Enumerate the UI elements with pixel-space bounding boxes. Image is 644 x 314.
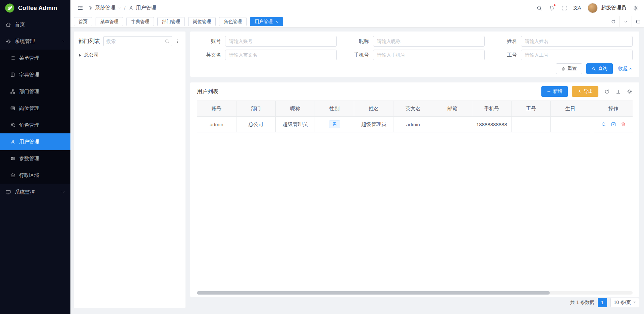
breadcrumb: 系统管理 / 用户管理 [88, 5, 156, 11]
tab-user-management[interactable]: 用户管理 [250, 17, 283, 26]
caret-right-icon[interactable] [79, 54, 81, 57]
tab-list: 首页 菜单管理 字典管理 部门管理 岗位管理 角色管理 用户管理 [74, 17, 607, 26]
refresh-icon[interactable] [607, 16, 619, 27]
gear-icon [5, 39, 11, 44]
tab-menu-management[interactable]: 菜单管理 [96, 17, 123, 26]
fullscreen-icon[interactable] [561, 5, 567, 11]
more-options-icon[interactable] [175, 39, 181, 44]
search-icon[interactable] [536, 5, 542, 11]
sidebar-item-label: 行政区域 [19, 172, 39, 179]
field-label: 手机号 [345, 52, 369, 58]
sidebar-item-dict-management[interactable]: 字典管理 [0, 66, 70, 83]
work-id-input[interactable] [521, 50, 633, 60]
col-actions: 操作 [594, 101, 633, 117]
sidebar-item-label: 部门管理 [19, 88, 39, 95]
nickname-input[interactable] [373, 36, 485, 47]
sidebar-item-label: 参数管理 [19, 155, 39, 162]
department-search-input[interactable] [103, 36, 162, 46]
add-label: 新增 [553, 88, 562, 95]
chevron-down-icon[interactable] [619, 16, 632, 27]
field-work-id: 工号 [493, 50, 633, 60]
query-label: 查询 [598, 66, 607, 72]
field-label: 英文名 [197, 52, 221, 58]
refresh-icon[interactable] [604, 89, 610, 95]
sidebar-item-admin-region[interactable]: 行政区域 [0, 167, 70, 184]
cell-account: admin [197, 117, 236, 132]
avatar[interactable] [588, 3, 598, 13]
close-icon[interactable] [275, 20, 278, 23]
name-input[interactable] [521, 36, 633, 47]
chevron-up-icon [61, 39, 65, 43]
translate-icon[interactable]: 文A [574, 5, 581, 11]
tab-label: 角色管理 [224, 19, 242, 25]
breadcrumb-level1[interactable]: 系统管理 [95, 5, 115, 11]
cell-filler [590, 117, 594, 132]
settings-gear-icon[interactable] [633, 5, 639, 11]
phone-input[interactable] [373, 50, 485, 60]
department-panel: 部门列表 总公司 [74, 32, 185, 308]
sidebar-item-menu-management[interactable]: 菜单管理 [0, 50, 70, 66]
col-english-name: 英文名 [393, 101, 433, 117]
search-form-card: 账号 昵称 姓名 英文名 [190, 32, 639, 77]
logo: Coffee Admin [0, 0, 70, 16]
sidebar-item-label: 系统监控 [15, 189, 35, 195]
sidebar-item-system-management[interactable]: 系统管理 [0, 33, 70, 50]
app-root: Coffee Admin 首页 系统管理 菜单管理 字典管理 [0, 0, 644, 314]
tab-post-management[interactable]: 岗位管理 [188, 17, 216, 26]
tab-home[interactable]: 首页 [74, 17, 92, 26]
sidebar-item-dept-management[interactable]: 部门管理 [0, 83, 70, 100]
sidebar-item-param-management[interactable]: 参数管理 [0, 150, 70, 167]
query-button[interactable]: 查询 [586, 63, 613, 74]
field-label: 姓名 [493, 38, 517, 45]
sidebar-item-role-management[interactable]: 角色管理 [0, 117, 70, 133]
trash-icon [561, 67, 566, 71]
username[interactable]: 超级管理员 [601, 5, 626, 11]
maximize-icon[interactable] [632, 16, 644, 27]
field-nickname: 昵称 [345, 36, 485, 47]
page-size-select[interactable]: 10 条/页 [610, 298, 639, 307]
view-icon[interactable] [601, 122, 606, 127]
column-settings-gear-icon[interactable] [627, 89, 633, 95]
add-user-button[interactable]: 新增 [541, 86, 568, 97]
bell-icon[interactable] [549, 5, 555, 11]
tab-dept-management[interactable]: 部门管理 [157, 17, 185, 26]
tab-role-management[interactable]: 角色管理 [219, 17, 247, 26]
department-search-button[interactable] [162, 36, 172, 46]
reset-label: 重置 [568, 66, 577, 72]
page-number-button[interactable]: 1 [598, 298, 607, 307]
export-button[interactable]: 导出 [572, 86, 598, 97]
english-name-input[interactable] [225, 50, 337, 60]
bank-icon [10, 173, 15, 178]
export-label: 导出 [584, 88, 593, 95]
tree-node-head-office[interactable]: 总公司 [78, 52, 181, 58]
sidebar-item-system-monitor[interactable]: 系统监控 [0, 184, 70, 200]
sidebar-item-user-management[interactable]: 用户管理 [0, 133, 70, 150]
col-phone: 手机号 [472, 101, 511, 117]
sidebar-item-home[interactable]: 首页 [0, 16, 70, 33]
horizontal-scrollbar-thumb[interactable] [197, 291, 550, 295]
col-department: 部门 [236, 101, 275, 117]
cell-name: 超级管理员 [354, 117, 393, 132]
sliders-icon [10, 156, 15, 161]
account-input[interactable] [225, 36, 337, 47]
pagination-total: 共 1 条数据 [570, 300, 594, 306]
book-icon [10, 72, 15, 77]
delete-icon[interactable] [621, 122, 626, 127]
collapse-link[interactable]: 收起 [618, 66, 633, 72]
tabbar-controls [607, 16, 644, 27]
reset-button[interactable]: 重置 [556, 63, 582, 74]
sidebar-item-post-management[interactable]: 岗位管理 [0, 100, 70, 117]
chevron-up-icon [629, 67, 633, 71]
tab-label: 菜单管理 [100, 19, 118, 25]
density-icon[interactable] [615, 89, 621, 95]
sidebar-item-label: 菜单管理 [19, 55, 39, 61]
field-label: 账号 [197, 38, 221, 45]
edit-icon[interactable] [611, 122, 616, 127]
app-title: Coffee Admin [18, 5, 57, 12]
search-form-actions: 重置 查询 收起 [197, 63, 633, 74]
tab-dict-management[interactable]: 字典管理 [126, 17, 154, 26]
chevron-down-icon [633, 302, 636, 303]
sidebar-collapse-icon[interactable] [77, 5, 84, 11]
leaf-logo-icon [5, 3, 15, 13]
org-tree-icon [10, 89, 15, 94]
